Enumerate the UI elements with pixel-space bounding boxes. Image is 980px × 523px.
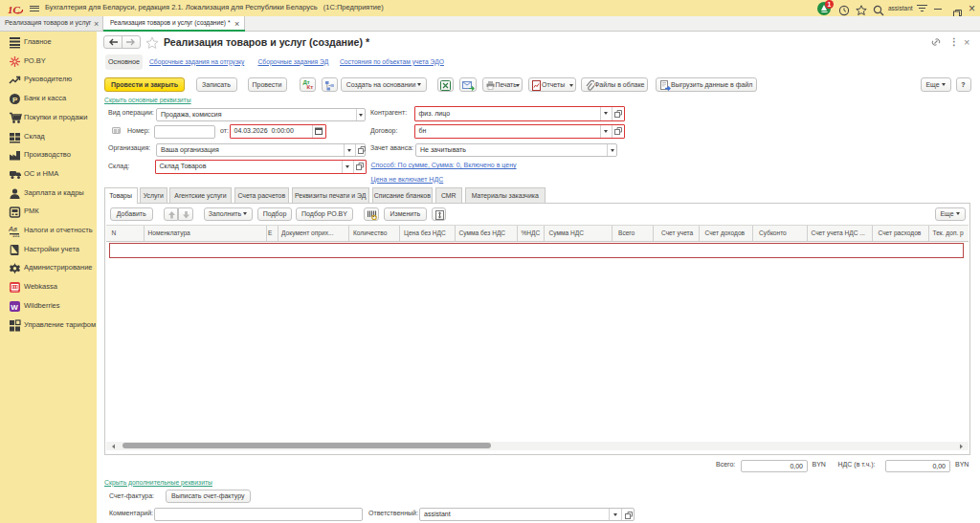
- svg-text:Р: Р: [12, 96, 18, 104]
- svg-text:W: W: [11, 303, 18, 312]
- svg-text:Ав: Ав: [9, 225, 17, 233]
- svg-text:101: 101: [12, 233, 20, 237]
